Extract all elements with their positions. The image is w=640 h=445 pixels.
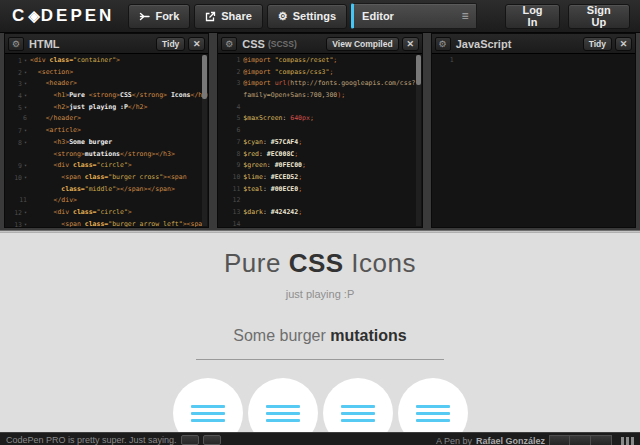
preview-pane: Pure CSS Icons just playing :P Some burg…	[0, 233, 640, 432]
auth-buttons: Log In Sign Up	[505, 4, 634, 29]
code-line: 1▾<div class="container">	[5, 55, 208, 67]
fork-label: Fork	[155, 10, 179, 22]
footer-view-button-1[interactable]	[549, 435, 570, 445]
js-tidy-button[interactable]: Tidy	[583, 37, 612, 51]
html-tidy-button[interactable]: Tidy	[156, 37, 185, 51]
footer-promo-text: CodePen PRO is pretty super. Just saying…	[6, 435, 177, 445]
css-scrollbar-thumb[interactable]	[416, 55, 421, 85]
code-line: 12▾ <div class="circle">	[5, 207, 208, 219]
js-settings-gear-icon[interactable]: ⚙	[435, 37, 451, 51]
topbar: C◈DEPEN Fork Share ⚙ Settings Editor ≡ L…	[0, 0, 640, 33]
code-line: 7▾ <article>	[5, 125, 208, 137]
code-line: 9▾ <div class="circle">	[5, 160, 208, 172]
footer-promo-button-1[interactable]	[181, 435, 199, 445]
code-line: 7$cyan: #57CAF4;	[218, 137, 421, 149]
js-panel-title: JavaScript	[456, 38, 512, 50]
css-close-icon[interactable]: ✕	[402, 37, 419, 51]
js-code-editor[interactable]: 1	[432, 54, 635, 227]
css-panel-title: CSS	[242, 38, 265, 50]
html-scrollbar	[202, 55, 207, 226]
html-scrollbar-thumb[interactable]	[202, 55, 207, 99]
layout-columns-icon[interactable]	[621, 437, 634, 445]
code-line: 4	[218, 102, 421, 114]
footer-promo-button-2[interactable]	[203, 435, 221, 445]
css-settings-gear-icon[interactable]: ⚙	[221, 37, 237, 51]
js-panel-header: ⚙ JavaScript Tidy ✕	[432, 34, 635, 54]
preview-subheading: just playing :P	[0, 288, 640, 300]
login-button[interactable]: Log In	[505, 4, 559, 29]
code-line: 8$red: #EC008C;	[218, 149, 421, 161]
code-line: 10$lime: #ECED52;	[218, 172, 421, 184]
code-line: 1@import "compass/reset";	[218, 55, 421, 67]
editor-mode-label: Editor	[362, 10, 394, 22]
logo-text-pre: C	[12, 6, 27, 26]
html-close-icon[interactable]: ✕	[188, 37, 205, 51]
html-panel: ⚙ HTML Tidy ✕ 1▾<div class="container">2…	[4, 33, 209, 228]
codepen-logo[interactable]: C◈DEPEN	[12, 6, 114, 26]
code-line: 14	[218, 219, 421, 227]
code-line: 6	[218, 125, 421, 137]
editor-mode-dropdown[interactable]: Editor ≡	[351, 3, 477, 29]
hamburger-icon	[266, 405, 300, 422]
signup-button[interactable]: Sign Up	[568, 4, 630, 29]
html-settings-gear-icon[interactable]: ⚙	[8, 37, 24, 51]
editor-panels: ⚙ HTML Tidy ✕ 1▾<div class="container">2…	[0, 33, 640, 230]
preview-divider	[196, 359, 444, 360]
css-scrollbar	[416, 55, 421, 226]
settings-button[interactable]: ⚙ Settings	[267, 4, 347, 29]
css-panel: ⚙ CSS (SCSS) View Compiled ✕ 1@import "c…	[217, 33, 422, 228]
js-panel: ⚙ JavaScript Tidy ✕ 1	[431, 33, 636, 228]
code-line: 9$green: #0FEC00;	[218, 160, 421, 172]
footer-view-button-2[interactable]	[570, 435, 591, 445]
html-code-editor[interactable]: 1▾<div class="container">2▾ <section>3▾ …	[5, 54, 208, 227]
code-line: 2@import "compass/css3";	[218, 67, 421, 79]
burger-circle	[248, 378, 318, 432]
burger-circle	[398, 378, 468, 432]
js-close-icon[interactable]: ✕	[615, 37, 632, 51]
footer-bar: CodePen PRO is pretty super. Just saying…	[0, 432, 640, 445]
footer-view-button-3[interactable]	[591, 435, 612, 445]
code-line: 2▾ <section>	[5, 67, 208, 79]
code-line: 4▾ <h1>Pure <strong>CSS</strong> Icons</…	[5, 90, 208, 102]
code-line: 8▾ <h3>Some burger	[5, 137, 208, 149]
css-panel-header: ⚙ CSS (SCSS) View Compiled ✕	[218, 34, 421, 54]
code-line: 11$teal: #00ECE0;	[218, 184, 421, 196]
pen-author-name[interactable]: Rafael González	[476, 436, 545, 445]
share-button[interactable]: Share	[194, 4, 263, 29]
code-line: class="middle"></span></span>	[5, 184, 208, 196]
pen-credit-text: A Pen by	[436, 436, 472, 445]
burger-circle	[173, 378, 243, 432]
code-line: 13$dark: #424242;	[218, 207, 421, 219]
hamburger-menu-icon: ≡	[461, 9, 468, 23]
preview-heading: Pure CSS Icons	[0, 248, 640, 279]
code-line: 6 </header>	[5, 113, 208, 125]
hamburger-icon	[416, 405, 450, 422]
code-line: 3@import url(http://fonts.googleapis.com…	[218, 78, 421, 90]
code-line: 12	[218, 195, 421, 207]
hamburger-icon	[191, 405, 225, 422]
code-line: 1	[432, 55, 635, 67]
codepen-cube-icon: ◈	[28, 7, 40, 25]
footer-view-buttons	[549, 435, 612, 445]
burger-circle	[323, 378, 393, 432]
share-icon	[205, 11, 216, 22]
code-line: family=Open+Sans:700,300);	[218, 90, 421, 102]
view-compiled-button[interactable]: View Compiled	[326, 37, 398, 51]
css-code-editor[interactable]: 1@import "compass/reset";2@import "compa…	[218, 54, 421, 227]
code-line: 11 </div>	[5, 195, 208, 207]
css-preprocessor-label: (SCSS)	[268, 39, 297, 49]
hamburger-icon	[341, 405, 375, 422]
code-line: 5$maxScreen: 640px;	[218, 113, 421, 125]
code-line: 5▾ <h2>just playing :P</h2>	[5, 102, 208, 114]
gear-icon: ⚙	[278, 11, 288, 22]
fork-button[interactable]: Fork	[128, 4, 190, 29]
html-panel-title: HTML	[29, 38, 60, 50]
fork-icon	[139, 11, 150, 22]
code-line: 3▾ <header>	[5, 78, 208, 90]
logo-text-post: DEPEN	[41, 6, 115, 26]
settings-label: Settings	[293, 10, 336, 22]
html-panel-header: ⚙ HTML Tidy ✕	[5, 34, 208, 54]
share-label: Share	[221, 10, 252, 22]
burger-icons	[0, 378, 640, 432]
code-line: 13▾ <span class="burger arrow left"><spa…	[5, 219, 208, 227]
